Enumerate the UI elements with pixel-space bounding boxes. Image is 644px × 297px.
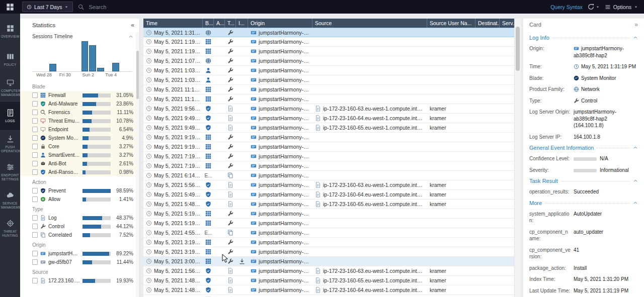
checkbox-icon[interactable] [32, 152, 38, 158]
checkbox-icon[interactable] [32, 215, 38, 221]
table-row[interactable]: May 5, 2021 1:31:19 PMjumpstartHarmony-a… [143, 28, 515, 37]
stat-filter-anti-bot[interactable]: Anti-Bot2.61% [20, 159, 139, 168]
table-row[interactable]: May 5, 2021 1:48:50 AMjumpstartHarmony-a… [143, 276, 515, 285]
stat-filter-gw-d5fb07[interactable]: gw-d5fb0711.44% [20, 258, 139, 266]
stat-filter-smartevent-client[interactable]: SmartEvent Client3.27% [20, 151, 139, 159]
nav-item-threat-hunting[interactable]: THREAT HUNTING [0, 215, 20, 243]
stat-filter-anti-ransomware[interactable]: Anti-Ransomware0.98% [20, 168, 139, 176]
checkbox-icon[interactable] [32, 110, 38, 115]
stat-filter-allow[interactable]: Allow1.41% [20, 195, 139, 204]
card-section-header[interactable]: General Event Information [529, 145, 638, 151]
card-section-header[interactable]: More [529, 200, 638, 206]
nav-item-push-operations[interactable]: PUSH OPERATIONS [0, 130, 20, 158]
table-row[interactable]: May 5, 2021 1:19:01 AMjumpstartHarmony-a… [143, 295, 515, 297]
stat-filter-firewall[interactable]: Firewall31.05% [20, 91, 139, 100]
column-header-origin[interactable]: Origin [248, 19, 312, 28]
search-input[interactable] [88, 4, 545, 11]
stat-filter-forensics[interactable]: Forensics11.11% [20, 108, 139, 117]
refresh-button[interactable] [588, 4, 600, 10]
checkbox-icon[interactable] [32, 188, 38, 193]
table-row[interactable]: May 5, 2021 3:19:02 AMjumpstartHarmony-a… [143, 238, 515, 247]
query-syntax-link[interactable]: Query Syntax [550, 4, 583, 10]
scrollbar-thumb[interactable] [516, 27, 520, 71]
checkbox-icon[interactable] [32, 278, 38, 283]
nav-item-overview[interactable]: OVERVIEW [0, 18, 20, 46]
table-row[interactable]: May 5, 2021 9:19:03 AMjumpstartHarmony-a… [143, 142, 515, 152]
table-row[interactable]: May 5, 2021 9:56:53 AMjumpstartHarmony-a… [143, 104, 515, 114]
stat-filter-system-monitor[interactable]: System Monitor4.9% [20, 134, 139, 142]
table-row[interactable]: May 5, 2021 1:19:05 PMjumpstartHarmony-a… [143, 37, 515, 47]
table-row[interactable]: May 5, 2021 11:19:05 AMjumpstartHarmony-… [143, 85, 515, 94]
table-row[interactable]: May 5, 2021 1:03:46 PMjumpstartHarmony-a… [143, 66, 515, 75]
checkbox-icon[interactable] [32, 169, 38, 175]
column-header-b[interactable]: B... [203, 19, 214, 28]
search-bar[interactable] [78, 4, 545, 11]
checkbox-icon[interactable] [32, 251, 38, 256]
column-header-a[interactable]: A... [214, 19, 225, 28]
table-row[interactable]: May 5, 2021 1:07:18 PMjumpstartHarmony-a… [143, 56, 515, 66]
table-row[interactable]: May 5, 2021 1:03:46 PMjumpstartHarmony-a… [143, 75, 515, 85]
checkbox-icon[interactable] [32, 196, 38, 202]
column-header-time[interactable]: Time [143, 19, 203, 28]
table-row[interactable]: May 5, 2021 7:19:03 AMjumpstartHarmony-a… [143, 161, 515, 171]
checkbox-icon[interactable] [32, 224, 38, 229]
table-row[interactable]: May 5, 2021 9:49:31 AMjumpstartHarmony-a… [143, 123, 515, 133]
stat-filter-endpoint[interactable]: Endpoint6.54% [20, 125, 139, 134]
stat-filter-log[interactable]: Log48.37% [20, 214, 139, 222]
checkbox-icon[interactable] [32, 135, 38, 141]
scrollbar-thumb[interactable] [136, 51, 139, 99]
checkbox-icon[interactable] [32, 232, 38, 238]
options-menu[interactable]: Options [605, 4, 638, 10]
collapse-panel-icon[interactable]: « [131, 22, 134, 29]
table-row[interactable]: May 5, 2021 5:49:14 AMjumpstartHarmony-a… [143, 190, 515, 200]
table-row[interactable]: May 5, 2021 11:19:04 AMjumpstartHarmony-… [143, 94, 515, 104]
nav-item-computer-management[interactable]: COMPUTER MANAGEMENT [0, 74, 20, 102]
stat-filter-control[interactable]: Control44.12% [20, 222, 139, 231]
checkbox-icon[interactable] [32, 144, 38, 149]
checkbox-icon[interactable] [32, 92, 38, 98]
table-row[interactable]: May 5, 2021 3:00:00 AMjumpstartHarmony-a… [143, 257, 515, 266]
column-header-serv[interactable]: Serv... [500, 19, 515, 28]
stat-filter-core[interactable]: Core3.27% [20, 142, 139, 151]
card-section-header[interactable]: Task Result [529, 178, 638, 184]
table-row[interactable]: May 5, 2021 9:19:04 AMjumpstartHarmony-a… [143, 133, 515, 142]
table-row[interactable]: May 5, 2021 7:19:03 AMjumpstartHarmony-a… [143, 152, 515, 161]
table-row[interactable]: May 5, 2021 5:48:52 AMjumpstartHarmony-a… [143, 200, 515, 209]
chevron-up-icon[interactable] [128, 34, 133, 39]
table-row[interactable]: May 5, 2021 5:56:36 AMjumpstartHarmony-a… [143, 180, 515, 190]
column-header-destinat[interactable]: Destinat... [475, 19, 500, 28]
column-header-t[interactable]: T... [225, 19, 236, 28]
table-row[interactable]: May 5, 2021 3:19:01 AMjumpstartHarmony-a… [143, 247, 515, 257]
checkbox-icon[interactable] [32, 161, 38, 166]
stat-filter-threat-emulation[interactable]: Threat Emulation10.78% [20, 117, 139, 125]
table-row[interactable]: May 5, 2021 1:48:39 AMjumpstartHarmony-a… [143, 285, 515, 295]
table-row[interactable]: May 5, 2021 9:49:33 AMjumpstartHarmony-a… [143, 114, 515, 123]
stats-scrollbar[interactable] [136, 33, 139, 297]
stat-filter-jumpstartharmony-a[interactable]: jumpstartHarmony-a...89.22% [20, 249, 139, 258]
card-section-header[interactable]: Log Info [529, 35, 638, 41]
checkbox-icon[interactable] [32, 127, 38, 132]
stat-filter-correlated[interactable]: Correlated7.52% [20, 231, 139, 239]
nav-item-logs[interactable]: LOGS [0, 102, 20, 130]
table-row[interactable]: May 5, 2021 6:14:57 AME...jumpstartHarmo… [143, 171, 515, 180]
nav-item-endpoint-settings[interactable]: ENDPOINT SETTINGS [0, 158, 20, 186]
checkbox-icon[interactable] [32, 118, 38, 124]
table-row[interactable]: May 5, 2021 1:19:05 PMjumpstartHarmony-a… [143, 47, 515, 56]
nav-item-policy[interactable]: POLICY [0, 46, 20, 74]
stat-filter-anti-malware[interactable]: Anti-Malware23.86% [20, 100, 139, 108]
table-scrollbar[interactable] [514, 19, 521, 297]
app-logo-icon[interactable] [6, 3, 14, 11]
checkbox-icon[interactable] [32, 259, 38, 265]
checkbox-icon[interactable] [32, 101, 38, 107]
expand-panel-icon[interactable]: » [634, 21, 638, 28]
nav-item-service-management[interactable]: SERVICE MANAGEMENT [0, 186, 20, 215]
table-row[interactable]: May 5, 2021 1:56:05 AMjumpstartHarmony-a… [143, 266, 515, 276]
stat-filter-prevent[interactable]: Prevent98.59% [20, 186, 139, 195]
column-header-source[interactable]: Source [312, 19, 427, 28]
stat-filter-172-23-160-63[interactable]: 172.23.160.6319.93% [20, 276, 139, 285]
column-header-i[interactable]: I... [236, 19, 248, 28]
table-row[interactable]: May 5, 2021 4:55:34 AME...jumpstartHarmo… [143, 228, 515, 238]
time-range-selector[interactable]: Last 7 Days [22, 2, 73, 12]
column-header-source-user-na[interactable]: Source User Na... [427, 19, 475, 28]
table-row[interactable]: May 5, 2021 5:19:03 AMjumpstartHarmony-a… [143, 209, 515, 219]
